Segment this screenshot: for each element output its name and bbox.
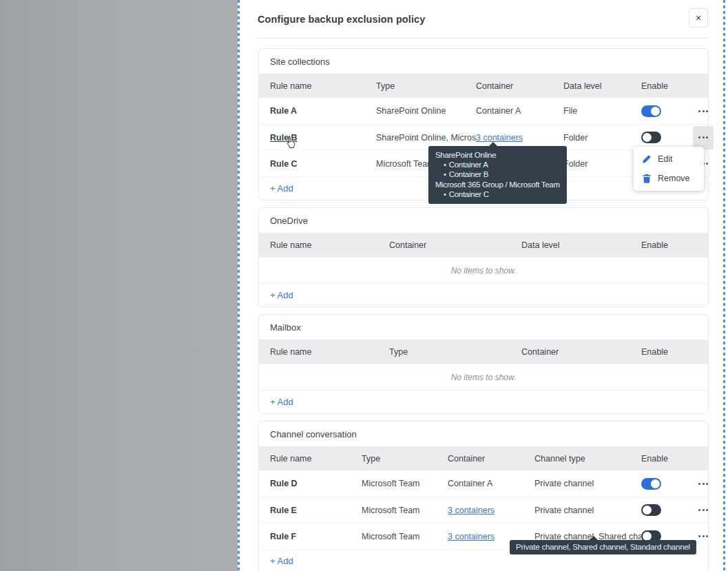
toggle-knob	[651, 107, 660, 116]
add-rule-link[interactable]: + Add	[270, 397, 293, 407]
add-row: + Add	[259, 390, 708, 413]
section-title: OneDrive	[259, 208, 708, 233]
empty-state-text: No items to show.	[259, 257, 708, 283]
close-icon: ✕	[695, 14, 701, 23]
column-header: Enable	[641, 347, 708, 357]
table-header-row: Rule name Type Container Channel type En…	[259, 446, 708, 470]
channel-type-cell: Private channel	[534, 479, 641, 488]
column-header: Enable	[641, 454, 691, 464]
rule-name-cell: Rule A	[270, 106, 376, 116]
tooltip-line: SharePoint Online	[435, 150, 560, 160]
bullet-icon: •	[444, 190, 446, 198]
tooltip-line: Microsoft 365 Group / Microsoft Team	[435, 180, 560, 189]
page-backdrop	[0, 0, 238, 571]
column-header: Rule name	[270, 81, 376, 91]
data-level-cell: Folder	[563, 159, 641, 169]
table-row: Rule E Microsoft Team 3 containers Priva…	[259, 497, 708, 523]
enable-toggle[interactable]	[641, 105, 661, 117]
toggle-knob	[643, 506, 652, 515]
more-actions-icon[interactable]	[693, 497, 714, 523]
enable-toggle[interactable]	[641, 132, 661, 143]
type-cell: SharePoint Online, Microso...	[376, 133, 476, 143]
container-cell: Container A	[476, 106, 563, 116]
table-header-row: Rule name Type Container Enable	[259, 340, 708, 364]
column-header: Container	[389, 240, 521, 250]
rule-name-cell: Rule E	[270, 506, 362, 515]
add-rule-link[interactable]: + Add	[270, 183, 293, 194]
type-cell: Microsoft Team	[362, 479, 448, 488]
data-level-cell: File	[563, 106, 641, 116]
column-header: Container	[476, 81, 563, 91]
type-cell: SharePoint Online	[376, 106, 476, 116]
rule-name-cell: Rule C	[270, 159, 376, 169]
section-mailbox: Mailbox Rule name Type Container Enable …	[258, 314, 709, 414]
column-header: Container	[448, 454, 534, 464]
column-header: Rule name	[270, 454, 362, 464]
section-title: Site collections	[259, 49, 708, 74]
modal-title: Configure backup exclusion policy	[258, 14, 425, 25]
type-cell: Microsoft Team	[362, 506, 448, 515]
column-header: Rule name	[270, 240, 389, 250]
more-actions-icon[interactable]	[693, 98, 714, 124]
table-header-row: Rule name Container Data level Enable	[259, 233, 708, 257]
column-header: Enable	[641, 81, 691, 91]
rule-name-cell: Rule D	[270, 479, 362, 488]
backup-exclusion-policy-modal: Configure backup exclusion policy ✕ Site…	[240, 0, 723, 571]
section-title: Channel conversation	[259, 422, 708, 446]
table-row: Rule D Microsoft Team Container A Privat…	[259, 470, 708, 497]
more-actions-icon[interactable]	[693, 126, 714, 149]
selection-dashed-border-right	[723, 0, 725, 571]
container-cell: Container A	[448, 479, 534, 488]
menu-item-edit[interactable]: Edit	[634, 149, 704, 169]
channel-types-tooltip: Private channel, Shared channel, Standar…	[510, 540, 696, 554]
column-header: Data level	[521, 240, 641, 250]
data-level-cell: Folder	[563, 133, 641, 143]
empty-state-text: No items to show.	[259, 364, 708, 390]
column-header: Type	[376, 81, 476, 91]
enable-toggle[interactable]	[641, 478, 661, 490]
hand-cursor-icon	[284, 135, 296, 152]
section-onedrive: OneDrive Rule name Container Data level …	[258, 207, 709, 307]
close-button[interactable]: ✕	[689, 8, 708, 28]
trash-icon	[642, 174, 652, 183]
containers-link[interactable]: 3 containers	[476, 133, 523, 143]
tooltip-caret	[590, 536, 598, 540]
modal-content: Site collections Rule name Type Containe…	[240, 39, 723, 571]
add-row: + Add	[259, 283, 708, 307]
rule-name-cell: Rule F	[270, 532, 362, 541]
tooltip-line: •Container C	[435, 189, 560, 199]
toggle-knob	[643, 133, 652, 142]
channel-type-cell: Private channel	[534, 506, 641, 515]
selection-dashed-border-left	[238, 0, 240, 571]
column-header: Channel type	[534, 454, 641, 464]
column-header: Container	[521, 347, 641, 357]
menu-item-remove[interactable]: Remove	[634, 169, 704, 188]
toggle-knob	[651, 479, 660, 488]
column-header: Type	[389, 347, 521, 357]
containers-tooltip: SharePoint Online •Container A •Containe…	[428, 146, 567, 204]
table-row: Rule A SharePoint Online Container A Fil…	[259, 98, 708, 124]
column-header: Data level	[563, 81, 641, 91]
tooltip-caret	[489, 142, 497, 146]
type-cell: Microsoft Team	[362, 532, 448, 541]
tooltip-line: •Container B	[435, 169, 560, 179]
add-rule-link[interactable]: + Add	[270, 556, 293, 566]
table-header-row: Rule name Type Container Data level Enab…	[259, 74, 708, 98]
more-actions-icon[interactable]	[693, 470, 714, 497]
add-rule-link[interactable]: + Add	[270, 290, 293, 300]
bullet-icon: •	[444, 170, 446, 178]
column-header: Rule name	[270, 347, 389, 357]
tooltip-line: •Container A	[435, 160, 560, 169]
column-header: Type	[362, 454, 448, 464]
modal-header: Configure backup exclusion policy ✕	[240, 0, 723, 39]
column-header: Enable	[641, 240, 708, 250]
bullet-icon: •	[444, 160, 446, 169]
enable-toggle[interactable]	[641, 504, 661, 516]
menu-item-label: Remove	[658, 174, 690, 183]
containers-link[interactable]: 3 containers	[448, 506, 495, 515]
containers-link[interactable]: 3 containers	[448, 532, 495, 541]
pencil-icon	[642, 154, 652, 164]
row-context-menu: Edit Remove	[634, 147, 704, 191]
menu-item-label: Edit	[658, 154, 673, 164]
section-title: Mailbox	[259, 315, 708, 340]
